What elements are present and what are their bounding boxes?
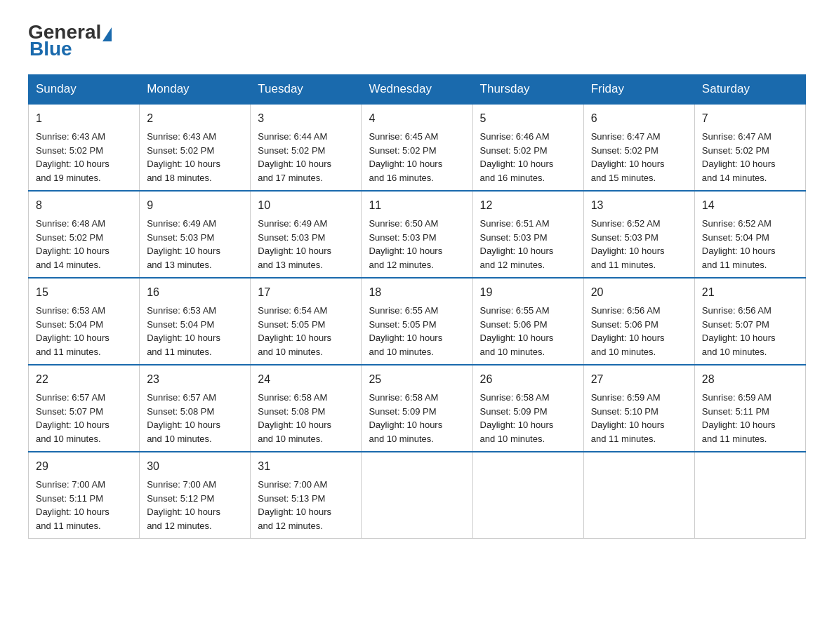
sunset-label: Sunset: 5:09 PM	[369, 406, 436, 417]
sunset-label: Sunset: 5:04 PM	[147, 319, 214, 330]
sunset-label: Sunset: 5:05 PM	[258, 319, 325, 330]
daylight-label: Daylight: 10 hours	[591, 246, 665, 256]
sunrise-label: Sunrise: 6:52 AM	[591, 218, 661, 229]
weekday-header-thursday: Thursday	[472, 75, 583, 105]
daylight-minutes-label: and 12 minutes.	[258, 521, 323, 531]
sunset-label: Sunset: 5:08 PM	[258, 406, 325, 417]
daylight-label: Daylight: 10 hours	[258, 159, 331, 169]
daylight-minutes-label: and 10 minutes.	[147, 434, 212, 444]
calendar-day-cell: 10Sunrise: 6:49 AMSunset: 5:03 PMDayligh…	[251, 191, 362, 278]
calendar-week-row: 1Sunrise: 6:43 AMSunset: 5:02 PMDaylight…	[29, 104, 806, 191]
calendar-day-cell: 25Sunrise: 6:58 AMSunset: 5:09 PMDayligh…	[362, 365, 472, 452]
daylight-label: Daylight: 10 hours	[147, 507, 220, 517]
sunset-label: Sunset: 5:08 PM	[147, 406, 214, 417]
daylight-minutes-label: and 10 minutes.	[36, 434, 101, 444]
calendar-week-row: 15Sunrise: 6:53 AMSunset: 5:04 PMDayligh…	[29, 278, 806, 365]
sunrise-label: Sunrise: 6:50 AM	[369, 218, 438, 229]
sunrise-label: Sunrise: 6:57 AM	[36, 392, 105, 403]
daylight-minutes-label: and 14 minutes.	[702, 173, 767, 183]
day-number: 8	[36, 197, 132, 214]
daylight-minutes-label: and 11 minutes.	[147, 347, 212, 357]
daylight-minutes-label: and 10 minutes.	[369, 347, 434, 357]
sunrise-label: Sunrise: 6:58 AM	[258, 392, 327, 403]
day-number: 3	[258, 110, 354, 127]
calendar-day-cell: 7Sunrise: 6:47 AMSunset: 5:02 PMDaylight…	[694, 104, 805, 191]
day-number: 24	[258, 371, 354, 388]
day-number: 13	[591, 197, 687, 214]
daylight-minutes-label: and 12 minutes.	[147, 521, 212, 531]
daylight-minutes-label: and 10 minutes.	[258, 434, 323, 444]
day-number: 2	[147, 110, 243, 127]
day-number: 16	[147, 284, 243, 301]
calendar-table: SundayMondayTuesdayWednesdayThursdayFrid…	[28, 74, 806, 539]
daylight-label: Daylight: 10 hours	[36, 420, 110, 430]
day-number: 28	[702, 371, 798, 388]
sunrise-label: Sunrise: 6:56 AM	[702, 305, 772, 316]
daylight-label: Daylight: 10 hours	[258, 246, 331, 256]
daylight-minutes-label: and 12 minutes.	[480, 260, 545, 270]
sunset-label: Sunset: 5:03 PM	[147, 232, 214, 243]
sunset-label: Sunset: 5:04 PM	[36, 319, 103, 330]
daylight-label: Daylight: 10 hours	[258, 420, 331, 430]
sunset-label: Sunset: 5:03 PM	[369, 232, 436, 243]
sunset-label: Sunset: 5:02 PM	[480, 145, 548, 156]
calendar-day-cell: 11Sunrise: 6:50 AMSunset: 5:03 PMDayligh…	[362, 191, 472, 278]
sunrise-label: Sunrise: 6:59 AM	[591, 392, 661, 403]
sunrise-label: Sunrise: 6:57 AM	[147, 392, 216, 403]
daylight-label: Daylight: 10 hours	[147, 159, 220, 169]
calendar-day-cell: 16Sunrise: 6:53 AMSunset: 5:04 PMDayligh…	[140, 278, 251, 365]
daylight-label: Daylight: 10 hours	[36, 246, 110, 256]
daylight-label: Daylight: 10 hours	[147, 333, 220, 343]
daylight-label: Daylight: 10 hours	[147, 246, 220, 256]
sunrise-label: Sunrise: 6:58 AM	[480, 392, 550, 403]
day-number: 12	[480, 197, 576, 214]
calendar-day-cell: 4Sunrise: 6:45 AMSunset: 5:02 PMDaylight…	[362, 104, 472, 191]
calendar-day-cell: 29Sunrise: 7:00 AMSunset: 5:11 PMDayligh…	[29, 452, 140, 539]
sunset-label: Sunset: 5:07 PM	[36, 406, 103, 417]
weekday-header-friday: Friday	[583, 75, 694, 105]
daylight-minutes-label: and 15 minutes.	[591, 173, 656, 183]
sunrise-label: Sunrise: 7:00 AM	[147, 479, 216, 490]
sunrise-label: Sunrise: 6:47 AM	[702, 131, 772, 142]
daylight-minutes-label: and 11 minutes.	[591, 434, 656, 444]
sunset-label: Sunset: 5:02 PM	[258, 145, 325, 156]
sunset-label: Sunset: 5:10 PM	[591, 406, 658, 417]
daylight-label: Daylight: 10 hours	[591, 420, 665, 430]
daylight-minutes-label: and 11 minutes.	[702, 434, 767, 444]
weekday-header-tuesday: Tuesday	[251, 75, 362, 105]
calendar-day-cell: 5Sunrise: 6:46 AMSunset: 5:02 PMDaylight…	[472, 104, 583, 191]
day-number: 7	[702, 110, 798, 127]
day-number: 5	[480, 110, 576, 127]
daylight-label: Daylight: 10 hours	[258, 333, 331, 343]
logo-triangle-icon	[102, 27, 112, 41]
daylight-minutes-label: and 11 minutes.	[702, 260, 767, 270]
day-number: 30	[147, 458, 243, 475]
calendar-day-cell: 26Sunrise: 6:58 AMSunset: 5:09 PMDayligh…	[472, 365, 583, 452]
calendar-week-row: 29Sunrise: 7:00 AMSunset: 5:11 PMDayligh…	[29, 452, 806, 539]
calendar-day-cell: 18Sunrise: 6:55 AMSunset: 5:05 PMDayligh…	[362, 278, 472, 365]
sunrise-label: Sunrise: 6:44 AM	[258, 131, 327, 142]
calendar-day-cell	[694, 452, 805, 539]
daylight-minutes-label: and 10 minutes.	[480, 434, 545, 444]
day-number: 11	[369, 197, 465, 214]
daylight-minutes-label: and 17 minutes.	[258, 173, 323, 183]
day-number: 31	[258, 458, 354, 475]
day-number: 29	[36, 458, 132, 475]
daylight-minutes-label: and 11 minutes.	[36, 347, 101, 357]
sunset-label: Sunset: 5:03 PM	[480, 232, 548, 243]
calendar-day-cell: 12Sunrise: 6:51 AMSunset: 5:03 PMDayligh…	[472, 191, 583, 278]
calendar-day-cell: 20Sunrise: 6:56 AMSunset: 5:06 PMDayligh…	[583, 278, 694, 365]
sunrise-label: Sunrise: 6:52 AM	[702, 218, 772, 229]
sunrise-label: Sunrise: 6:46 AM	[480, 131, 550, 142]
weekday-header-monday: Monday	[140, 75, 251, 105]
daylight-label: Daylight: 10 hours	[702, 159, 776, 169]
daylight-label: Daylight: 10 hours	[480, 420, 554, 430]
sunrise-label: Sunrise: 6:43 AM	[36, 131, 105, 142]
day-number: 20	[591, 284, 687, 301]
sunset-label: Sunset: 5:09 PM	[480, 406, 548, 417]
sunset-label: Sunset: 5:12 PM	[147, 493, 214, 504]
daylight-label: Daylight: 10 hours	[480, 246, 554, 256]
day-number: 25	[369, 371, 465, 388]
sunrise-label: Sunrise: 6:43 AM	[147, 131, 216, 142]
sunset-label: Sunset: 5:02 PM	[36, 145, 103, 156]
